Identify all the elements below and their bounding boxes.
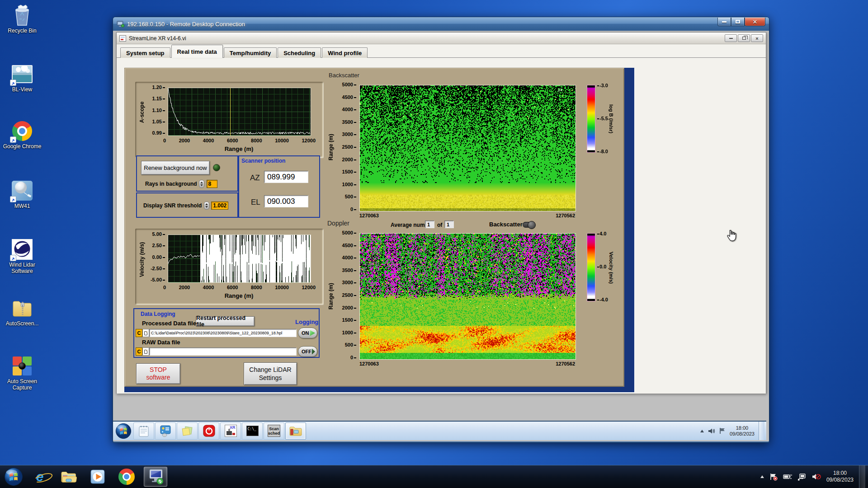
remote-start-button[interactable] (114, 422, 133, 440)
app-restore-button[interactable] (738, 34, 750, 42)
rdp-app-icon (117, 21, 124, 28)
stop-software-button[interactable]: STOP software (136, 363, 180, 384)
tab-real-time-data[interactable]: Real time data (171, 45, 223, 58)
rdp-window-title: 192.168.0.150 - Remote Desktop Connectio… (127, 21, 245, 28)
rdp-maximize-button[interactable] (731, 18, 745, 26)
taskbar-stop-power-icon[interactable] (198, 422, 219, 440)
tab-system-setup[interactable]: System setup (120, 47, 170, 58)
snr-spinner[interactable] (204, 202, 209, 210)
streamline-app-window: StreamLine XR v14-6.vi × System setup Re… (116, 32, 766, 394)
desktop-icon-bl-view[interactable]: BL-View (1, 63, 43, 93)
remote-show-desktop-button[interactable] (759, 422, 764, 440)
remote-volume-icon[interactable] (708, 428, 715, 434)
a-scope-y-ticks: 1.201.151.101.050.99 (147, 85, 165, 136)
icon-label: Wind Lidar Software (1, 262, 43, 274)
backscatter-colorbar-ticks: -3.0-5.5-8.0 (597, 83, 608, 154)
rdp-close-button[interactable]: ✕ (745, 18, 765, 26)
host-start-button[interactable] (2, 466, 25, 488)
backscatter-display-toggle[interactable] (523, 222, 535, 228)
el-value-field[interactable]: 090.003 (264, 195, 308, 207)
average-total-field[interactable]: 1 (444, 221, 454, 228)
app-close-button[interactable]: × (751, 34, 763, 42)
taskbar-command-prompt-icon[interactable]: C:\_ (242, 422, 263, 440)
app-minimize-button[interactable] (725, 34, 737, 42)
desktop-icon-wind-lidar-software[interactable]: Wind Lidar Software (1, 239, 43, 274)
remote-clock[interactable]: 18:00 09/08/2023 (730, 425, 755, 437)
host-taskbar-explorer-icon[interactable] (57, 467, 80, 487)
doppler-colorbar-ticks: 4.00.0-4.0 (597, 231, 608, 302)
host-taskbar-internet-explorer-icon[interactable]: e (28, 467, 52, 487)
desktop-icon-autoscreen-zip[interactable]: AutoScreen... (1, 297, 43, 327)
logging-label: Logging (295, 319, 318, 325)
taskbar-notepad-icon[interactable] (133, 422, 154, 440)
raw-path-field[interactable] (149, 347, 297, 356)
tab-bar: System setup Real time data Temp/humidit… (117, 44, 766, 58)
rdp-titlebar[interactable]: 192.168.0.150 - Remote Desktop Connectio… (113, 17, 769, 31)
doppler-section-title: Doppler (327, 220, 349, 227)
backscatter-colorbar (587, 85, 595, 153)
raw-logging-off-button[interactable]: OFF (298, 346, 317, 357)
host-volume-muted-icon[interactable] (812, 473, 821, 480)
host-taskbar-media-player-icon[interactable] (86, 467, 109, 487)
remote-action-center-flag-icon[interactable] (719, 427, 726, 434)
snr-threshold-label: Display SNR threshold (143, 202, 202, 209)
desktop-icon-mw41[interactable]: MW41 (1, 180, 43, 209)
average-number-field[interactable]: 1 (425, 221, 434, 228)
backscatter-section-title: Backscatter (329, 72, 359, 79)
processed-path-field[interactable]: C:\Lidar\Data\Proc\2023\202308\20230809\… (149, 329, 297, 337)
velocity-y-axis-label: Velocity (m/s) (139, 232, 145, 286)
taskbar-explorer-window-icon[interactable] (285, 422, 306, 440)
raw-data-file-label: RAW Data file (142, 339, 180, 346)
rays-spinner[interactable] (199, 180, 204, 188)
rdp-minimize-button[interactable] (717, 18, 731, 26)
az-value-field[interactable]: 089.999 (264, 171, 308, 183)
zip-folder-icon (11, 297, 33, 319)
backscatter-x-labels: 12700631270562 (359, 213, 575, 218)
change-lidar-settings-button[interactable]: Change LiDAR Settings (244, 362, 297, 385)
shortcut-arrow-icon (10, 196, 16, 202)
desktop: Recycle Bin BL-View Google Chrome (0, 0, 868, 488)
desktop-icon-auto-screen-capture[interactable]: Auto Screen Capture (1, 355, 43, 391)
processed-path-browse-icon[interactable] (142, 329, 149, 337)
host-taskbar-rdp-icon[interactable] (144, 467, 167, 487)
backscatter-colorbar-label: log B (/m/sr) (609, 86, 614, 152)
host-taskbar: e (0, 465, 868, 488)
doppler-heatmap (359, 233, 576, 360)
remote-system-tray: 18:00 09/08/2023 (700, 422, 765, 440)
host-show-desktop-button[interactable] (859, 465, 865, 488)
desktop-icon-recycle-bin[interactable]: Recycle Bin (1, 5, 43, 34)
on-indicator-icon (309, 330, 315, 336)
backscatter-heatmap (359, 85, 576, 211)
raw-path-browse-icon[interactable] (142, 347, 149, 356)
processed-drive-selector[interactable]: C (136, 329, 142, 337)
raw-drive-selector[interactable]: C (136, 347, 142, 356)
tab-wind-profile[interactable]: Wind profile (322, 47, 368, 58)
tab-scheduling[interactable]: Scheduling (278, 47, 321, 58)
bl-view-icon (11, 63, 33, 85)
tab-temp-humidity[interactable]: Temp/humidity (224, 47, 277, 58)
restart-processed-file-button[interactable]: Restart processed file (196, 316, 255, 326)
host-network-icon[interactable] (797, 473, 807, 481)
host-clock[interactable]: 18:00 09/08/2023 (826, 470, 854, 483)
host-action-center-flag-icon[interactable] (769, 473, 778, 481)
shortcut-arrow-icon (10, 136, 16, 143)
renew-background-button[interactable]: Renew background now (141, 161, 210, 175)
remote-hidden-icons-arrow[interactable] (700, 430, 704, 432)
a-scope-y-axis-label: A-scope (139, 91, 145, 134)
app-titlebar[interactable]: StreamLine XR v14-6.vi × (117, 33, 766, 44)
desktop-icon-google-chrome[interactable]: Google Chrome (1, 120, 43, 150)
rays-value-field[interactable]: 8 (207, 180, 217, 188)
taskbar-display-settings-icon[interactable] (155, 422, 176, 440)
icon-label: Google Chrome (3, 143, 42, 150)
taskbar-scan-scheduler-icon[interactable]: Scan sched (264, 422, 284, 440)
taskbar-sticky-notes-icon[interactable] (177, 422, 198, 440)
velocity-graph-frame: Velocity (m/s) 5.002.500.00-2.50-5.00 02… (135, 229, 323, 305)
host-taskbar-chrome-icon[interactable] (115, 467, 138, 487)
host-battery-icon[interactable] (783, 473, 792, 480)
remote-desktop-client: StreamLine XR v14-6.vi × System setup Re… (113, 31, 769, 441)
processed-data-file-label: Processed Data file (142, 320, 196, 327)
host-hidden-icons-arrow[interactable] (760, 475, 764, 478)
snr-value-field[interactable]: 1.002 (211, 202, 228, 210)
processed-logging-on-button[interactable]: ON (298, 328, 317, 338)
taskbar-streamline-xr-icon[interactable]: XR (220, 422, 241, 440)
